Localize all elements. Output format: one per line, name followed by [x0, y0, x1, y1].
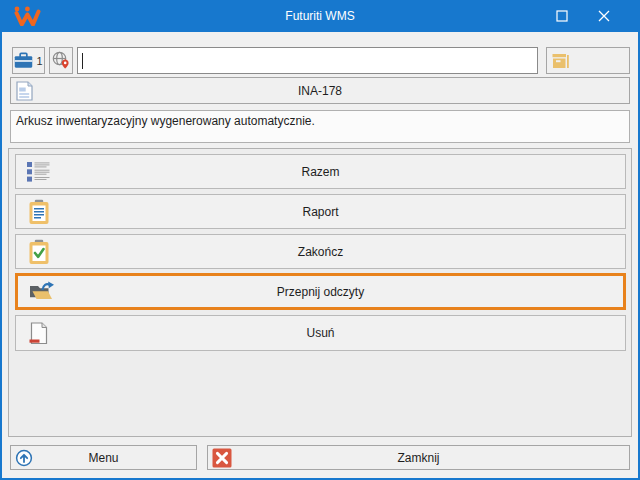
- menu-label: Menu: [11, 446, 196, 469]
- close-icon: [598, 10, 610, 22]
- document-row[interactable]: INA-178: [10, 77, 630, 104]
- location-button[interactable]: [49, 47, 73, 74]
- document-code: INA-178: [11, 84, 629, 98]
- actions-panel: Razem Raport: [8, 148, 632, 437]
- zamknij-button[interactable]: Zamknij: [207, 445, 630, 470]
- description-text: Arkusz inwentaryzacyjny wygenerowany aut…: [16, 114, 315, 128]
- action-label: Raport: [16, 195, 625, 228]
- action-raport[interactable]: Raport: [15, 194, 626, 229]
- scan-input[interactable]: [78, 48, 537, 73]
- zamknij-label: Zamknij: [208, 446, 629, 469]
- titlebar: Futuriti WMS: [0, 0, 640, 32]
- device-button[interactable]: 1: [12, 47, 45, 74]
- maximize-button[interactable]: [539, 0, 584, 32]
- maximize-icon: [556, 10, 568, 22]
- action-przepnij-odczyty[interactable]: Przepnij odczyty: [15, 273, 626, 310]
- archive-box-icon: [552, 53, 571, 69]
- action-zakoncz[interactable]: Zakończ: [15, 234, 626, 269]
- action-label: Zakończ: [16, 235, 625, 268]
- globe-location-icon: [52, 51, 70, 70]
- close-button[interactable]: [581, 0, 626, 32]
- window: Futuriti WMS 1: [0, 0, 640, 480]
- action-label: Usuń: [16, 316, 625, 350]
- scan-input-wrap: [77, 47, 538, 74]
- menu-button[interactable]: Menu: [10, 445, 197, 470]
- text-caret: [82, 53, 83, 69]
- archive-button[interactable]: [546, 47, 630, 74]
- description-box: Arkusz inwentaryzacyjny wygenerowany aut…: [10, 110, 630, 143]
- action-label: Razem: [16, 155, 625, 188]
- action-label: Przepnij odczyty: [18, 276, 623, 307]
- briefcase-icon: [14, 52, 33, 69]
- device-count: 1: [36, 55, 42, 67]
- action-razem[interactable]: Razem: [15, 154, 626, 189]
- action-usun[interactable]: Usuń: [15, 315, 626, 351]
